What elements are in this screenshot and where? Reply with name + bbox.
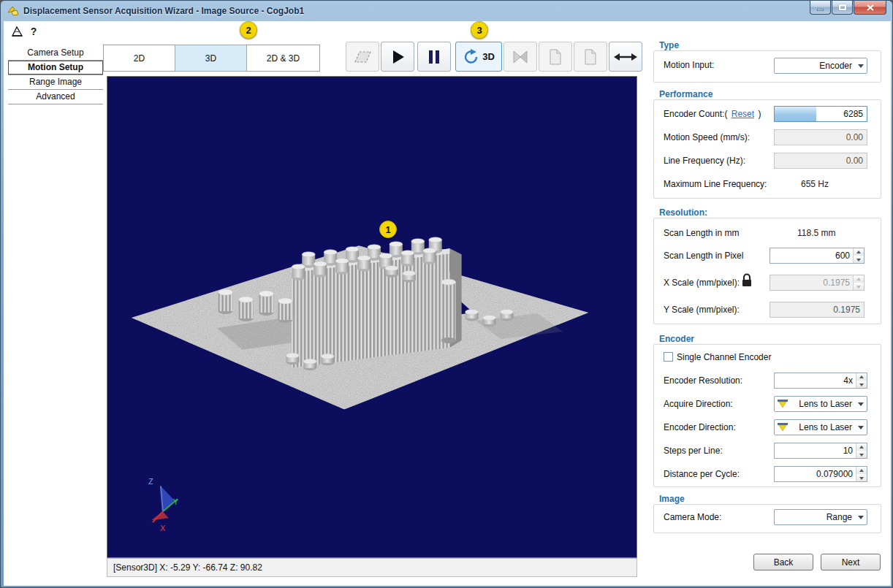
encoder-count-value: 6285 [843,109,863,119]
spin-up-icon[interactable] [856,467,867,474]
encoder-count-label-pre: Encoder Count:( [664,109,727,119]
encoder-direction-label: Encoder Direction: [664,422,736,432]
swap-direction-icon [613,51,638,63]
single-channel-encoder-checkbox[interactable] [664,352,673,362]
copy-image-button[interactable] [574,42,607,72]
encoder-resolution-value: 4x [775,373,856,388]
swap-direction-button[interactable] [609,42,642,72]
single-channel-encoder-label: Single Channel Encoder [677,352,771,362]
camera-mode-select[interactable]: Range [774,509,867,525]
spin-down-icon[interactable] [854,256,864,263]
axis-x-label: X [160,524,166,532]
close-button[interactable] [854,1,886,15]
chevron-down-icon [855,420,867,435]
chevron-down-icon [855,510,867,524]
next-button[interactable]: Next [821,554,881,570]
refresh-3d-icon [463,48,480,66]
motion-input-value: Encoder [775,61,855,71]
measure-tool-icon [11,26,23,38]
nav-item-range-image[interactable]: Range Image [8,75,103,90]
camera-mode-label: Camera Mode: [664,512,721,522]
titlebar[interactable]: Displacement Sensor Acquisition Wizard -… [1,1,892,21]
measure-tool-button[interactable] [10,24,24,39]
encoder-count-label-post: ) [758,109,761,119]
spin-up-icon[interactable] [856,373,867,381]
distance-per-cycle-input[interactable]: 0.079000 [774,466,867,482]
nav-item-advanced[interactable]: Advanced [8,90,103,104]
acquire-direction-label: Acquire Direction: [664,399,733,409]
tab-2d[interactable]: 2D [103,45,175,72]
wizard-window: Displacement Sensor Acquisition Wizard -… [0,0,893,588]
spin-down-icon [854,283,864,290]
annotation-badge-1: 1 [379,221,397,238]
cancel-icon [511,49,530,65]
pause-button[interactable] [417,42,451,72]
save-image-button[interactable] [539,42,572,72]
minimize-icon [817,9,824,11]
chevron-down-icon [855,397,867,411]
scan-length-mm-value: 118.5 mm [797,228,835,238]
steps-per-line-label: Steps per Line: [664,446,723,456]
app-icon [7,5,19,17]
tab-2d-3d[interactable]: 2D & 3D [246,45,320,72]
cancel-button[interactable] [503,42,537,72]
close-icon [867,4,874,11]
view-tabs: 2D 3D 2D & 3D [103,45,320,72]
y-scale-display: 0.1975 [770,302,864,318]
acquire-direction-select[interactable]: Lens to Laser [774,396,867,412]
scan-length-px-label: Scan Length in Pixel [664,251,743,261]
max-line-frequency-label: Maximum Line Frequency: [664,179,767,189]
nav-item-camera-setup[interactable]: Camera Setup [8,46,103,61]
spin-up-icon[interactable] [854,248,864,256]
reset-link[interactable]: Reset [732,109,754,119]
y-scale-label: Y Scale (mm/pixel): [664,305,740,315]
region-icon [352,48,373,66]
steps-per-line-input[interactable]: 10 [774,443,867,459]
spin-up-icon [854,275,864,283]
motion-speed-display: 0.00 [774,129,867,145]
pause-icon [425,48,443,66]
axis-z-label: Z [148,477,153,486]
line-frequency-display: 0.00 [774,153,867,169]
region-button[interactable] [346,42,379,72]
max-line-frequency-value: 655 Hz [801,179,829,189]
copy-image-icon [583,48,598,66]
refresh-3d-label: 3D [482,51,495,62]
tab-3d[interactable]: 3D [175,45,247,72]
spin-down-icon[interactable] [856,474,867,481]
axis-triad: Z Y X [148,477,179,532]
lock-icon[interactable] [740,272,753,289]
line-frequency-label: Line Frequency (Hz): [664,156,745,166]
run-button[interactable] [381,42,414,72]
x-scale-value: 0.1975 [770,275,853,290]
group-title-image: Image [659,494,685,504]
encoder-resolution-input[interactable]: 4x [774,373,867,389]
lens-to-laser-icon [777,400,788,408]
3d-viewport[interactable]: Z Y X [107,76,637,558]
encoder-direction-value: Lens to Laser [788,422,855,432]
minimize-button[interactable] [810,1,831,15]
nav-item-motion-setup[interactable]: Motion Setup [8,61,103,75]
client-area: ? Camera Setup Motion Setup Range Image … [4,21,891,586]
spinner-buttons [853,275,864,290]
refresh-3d-button[interactable]: 3D [455,42,502,72]
maximize-icon [839,4,846,10]
maximize-button[interactable] [832,1,853,15]
encoder-direction-select[interactable]: Lens to Laser [774,419,867,435]
wizard-nav: Camera Setup Motion Setup Range Image Ad… [8,46,103,104]
spin-up-icon[interactable] [856,443,867,451]
spin-down-icon[interactable] [856,451,867,458]
x-scale-label: X Scale (mm/pixel): [664,278,740,288]
spinner-buttons [853,248,864,263]
spinner-buttons [856,467,867,481]
steps-per-line-value: 10 [775,443,856,458]
group-title-type: Type [659,40,679,50]
encoder-count-display: 6285 [774,106,867,122]
help-button[interactable]: ? [26,24,41,39]
group-title-performance: Performance [659,89,712,99]
back-button[interactable]: Back [753,554,813,570]
distance-per-cycle-value: 0.079000 [775,467,856,481]
scan-length-px-input[interactable]: 600 [770,248,864,264]
motion-input-select[interactable]: Encoder [774,58,867,74]
spin-down-icon[interactable] [856,381,867,388]
